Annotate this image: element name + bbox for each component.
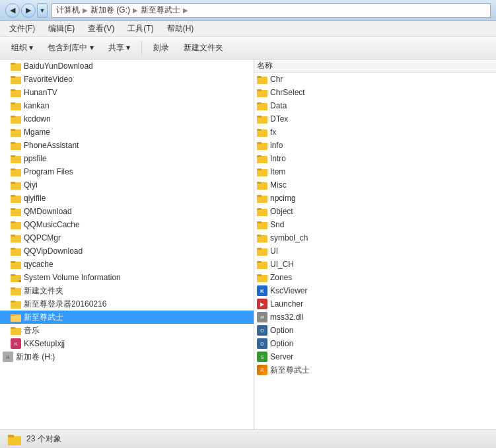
- menu-file[interactable]: 文件(F): [5, 22, 39, 36]
- forward-button[interactable]: ▶: [21, 3, 36, 18]
- file-item-symbolch[interactable]: symbol_ch: [254, 231, 496, 244]
- file-item-mss32[interactable]: dll mss32.dll: [254, 311, 496, 324]
- tree-item-music[interactable]: 音乐: [0, 324, 254, 337]
- file-item-option2[interactable]: O Option: [254, 337, 496, 350]
- file-item-misc[interactable]: Misc: [254, 178, 496, 192]
- file-item-npcimg[interactable]: npcimg: [254, 192, 496, 205]
- file-label: fx: [270, 128, 276, 137]
- tree-item-newfolder[interactable]: 新建文件夹: [0, 284, 254, 297]
- ksc-app-icon: K: [257, 285, 267, 296]
- tree-label: kcdown: [24, 114, 51, 124]
- svg-rect-72: [257, 261, 262, 263]
- tree-item-login[interactable]: 新至尊登录器20160216: [0, 297, 254, 311]
- file-item-zones[interactable]: Zones: [254, 271, 496, 284]
- col-name[interactable]: 名称: [257, 60, 493, 71]
- tree-item-qmdown[interactable]: QMDownload: [0, 205, 254, 218]
- tree-item-baidu[interactable]: BaiduYunDownload: [0, 59, 254, 73]
- tree-item-hdrive[interactable]: H 新加卷 (H:): [0, 350, 254, 363]
- file-item-kscviewer[interactable]: K KscViewer: [254, 284, 496, 297]
- dropdown-button[interactable]: ▼: [37, 3, 48, 18]
- file-item-ui[interactable]: UI: [254, 244, 496, 258]
- svg-rect-60: [257, 182, 262, 184]
- tree-item-sysinfo[interactable]: 🔒 System Volume Information: [0, 271, 254, 284]
- back-button[interactable]: ◀: [5, 3, 20, 18]
- toolbar-burn[interactable]: 刻录: [147, 39, 175, 57]
- toolbar-newfolder[interactable]: 新建文件夹: [178, 39, 229, 57]
- toolbar-sep1: [141, 41, 142, 56]
- tree-item-kankan[interactable]: kankan: [0, 99, 254, 112]
- file-item-item[interactable]: Item: [254, 165, 496, 178]
- file-label: UI: [270, 246, 278, 256]
- toolbar: 组织 ▾ 包含到库中 ▾ 共享 ▾ 刻录 新建文件夹: [0, 37, 496, 59]
- dll-file-icon: dll: [257, 312, 267, 322]
- right-panel-content[interactable]: Chr ChrSelect Data DTex fx info: [254, 73, 496, 429]
- tree-item-hunan[interactable]: HunanTV: [0, 86, 254, 99]
- tree-item-phone[interactable]: PhoneAssistant: [0, 139, 254, 152]
- folder-small-icon: [257, 193, 267, 204]
- file-item-data[interactable]: Data: [254, 99, 496, 112]
- main-content: BaiduYunDownload FavoriteVideo HunanTV k…: [0, 59, 496, 429]
- file-item-uich[interactable]: UI_CH: [254, 258, 496, 271]
- tree-item-qqmusic[interactable]: QQMusicCache: [0, 218, 254, 231]
- svg-rect-64: [257, 208, 262, 210]
- toolbar-library[interactable]: 包含到库中 ▾: [42, 39, 99, 57]
- tree-label: System Volume Information: [24, 273, 121, 282]
- tree-item-ppsfile[interactable]: ppsfile: [0, 152, 254, 165]
- address-sep2: ▶: [133, 7, 138, 14]
- tree-label: KKSetupIxjj: [24, 339, 65, 348]
- folder-icon: [11, 114, 21, 124]
- menu-tools[interactable]: 工具(T): [124, 22, 157, 36]
- tree-item-kksetup[interactable]: K KKSetupIxjj: [0, 337, 254, 350]
- option-app-icon: O: [257, 338, 267, 349]
- tree-label: HunanTV: [24, 88, 57, 97]
- file-item-chrselect[interactable]: ChrSelect: [254, 86, 496, 99]
- address-bar[interactable]: 计算机 ▶ 新加卷 (G:) ▶ 新至尊武士 ▶: [52, 3, 491, 18]
- svg-rect-27: [11, 235, 15, 237]
- tree-item-qiyi[interactable]: Qiyi: [0, 178, 254, 192]
- file-item-dtex[interactable]: DTex: [254, 112, 496, 126]
- menu-help[interactable]: 帮助(H): [163, 22, 198, 36]
- menu-bar: 文件(F) 编辑(E) 查看(V) 工具(T) 帮助(H): [0, 21, 496, 37]
- folder-small-icon: [257, 114, 267, 124]
- folder-small-icon: [257, 272, 267, 283]
- tree-label: QQMusicCache: [24, 220, 80, 229]
- folder-icon: [11, 180, 21, 190]
- tree-item-fav[interactable]: FavoriteVideo: [0, 73, 254, 86]
- file-item-option1[interactable]: O Option: [254, 324, 496, 337]
- file-item-fx[interactable]: fx: [254, 126, 496, 139]
- svg-rect-23: [11, 208, 15, 210]
- nav-buttons: ◀ ▶ ▼: [5, 3, 48, 18]
- left-panel[interactable]: BaiduYunDownload FavoriteVideo HunanTV k…: [0, 59, 254, 429]
- file-item-info[interactable]: info: [254, 139, 496, 152]
- tree-item-qqpcmgr[interactable]: QQPCMgr: [0, 231, 254, 244]
- folder-icon: [11, 75, 21, 84]
- menu-view[interactable]: 查看(V): [84, 22, 118, 36]
- toolbar-share[interactable]: 共享 ▾: [102, 39, 136, 57]
- tree-item-qiyifile[interactable]: qiyifile: [0, 192, 254, 205]
- file-item-newgame[interactable]: 武 新至尊武士: [254, 363, 496, 377]
- menu-edit[interactable]: 编辑(E): [44, 22, 79, 36]
- tree-item-program[interactable]: Program Files: [0, 165, 254, 178]
- tree-item-qycache[interactable]: qycache: [0, 258, 254, 271]
- tree-item-qqvip[interactable]: QQVipDownload: [0, 244, 254, 258]
- folder-small-icon: [257, 127, 267, 137]
- file-item-intro[interactable]: Intro: [254, 152, 496, 165]
- file-label: ChrSelect: [270, 88, 305, 97]
- toolbar-organize[interactable]: 组织 ▾: [5, 39, 39, 57]
- tree-item-game[interactable]: 新至尊武士: [0, 311, 254, 324]
- tree-label: FavoriteVideo: [24, 75, 73, 84]
- svg-rect-54: [257, 142, 262, 144]
- folder-icon: [11, 299, 21, 309]
- file-item-object[interactable]: Object: [254, 205, 496, 218]
- svg-rect-13: [11, 142, 15, 144]
- file-item-launcher[interactable]: ▶ Launcher: [254, 297, 496, 311]
- folder-small-icon: [257, 246, 267, 256]
- tree-item-mgame[interactable]: Mgame: [0, 126, 254, 139]
- status-folder-icon: [8, 433, 21, 445]
- tree-item-kcdown[interactable]: kcdown: [0, 112, 254, 126]
- file-item-server[interactable]: S Server: [254, 350, 496, 363]
- tree-label: kankan: [24, 101, 50, 110]
- file-item-chr[interactable]: Chr: [254, 73, 496, 86]
- file-item-snd[interactable]: Snd: [254, 218, 496, 231]
- file-label: Object: [270, 207, 293, 216]
